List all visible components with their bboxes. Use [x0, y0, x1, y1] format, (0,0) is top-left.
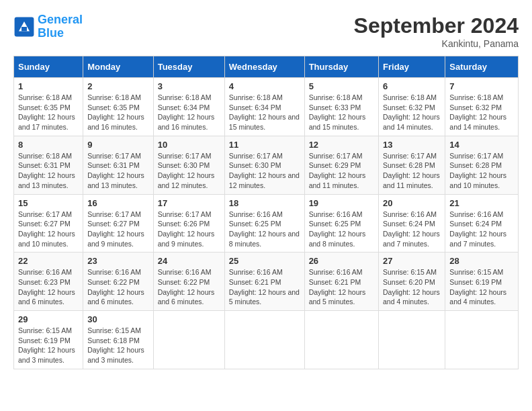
day-detail: Sunrise: 6:17 AM Sunset: 6:31 PM Dayligh… — [87, 151, 149, 191]
day-number: 12 — [309, 140, 374, 150]
calendar-cell: 30 Sunrise: 6:15 AM Sunset: 6:18 PM Dayl… — [83, 311, 154, 369]
day-detail: Sunrise: 6:17 AM Sunset: 6:28 PM Dayligh… — [383, 151, 441, 191]
weekday-header-monday: Monday — [83, 56, 154, 78]
calendar-cell: 3 Sunrise: 6:18 AM Sunset: 6:34 PM Dayli… — [153, 78, 224, 136]
day-number: 7 — [449, 81, 514, 91]
day-detail: Sunrise: 6:16 AM Sunset: 6:21 PM Dayligh… — [229, 267, 300, 307]
day-number: 9 — [87, 140, 149, 150]
day-detail: Sunrise: 6:18 AM Sunset: 6:34 PM Dayligh… — [229, 93, 300, 132]
day-detail: Sunrise: 6:17 AM Sunset: 6:30 PM Dayligh… — [229, 151, 300, 191]
calendar-cell: 8 Sunrise: 6:18 AM Sunset: 6:31 PM Dayli… — [14, 136, 83, 194]
calendar-cell: 19 Sunrise: 6:16 AM Sunset: 6:25 PM Dayl… — [304, 194, 378, 253]
calendar-cell: 5 Sunrise: 6:18 AM Sunset: 6:33 PM Dayli… — [304, 78, 378, 136]
calendar-cell: 22 Sunrise: 6:16 AM Sunset: 6:23 PM Dayl… — [14, 253, 83, 311]
day-number: 28 — [449, 256, 514, 266]
logo-text: General Blue — [38, 13, 83, 40]
day-detail: Sunrise: 6:18 AM Sunset: 6:32 PM Dayligh… — [383, 93, 441, 132]
day-number: 26 — [309, 256, 374, 266]
day-detail: Sunrise: 6:15 AM Sunset: 6:19 PM Dayligh… — [18, 326, 79, 365]
day-detail: Sunrise: 6:17 AM Sunset: 6:26 PM Dayligh… — [158, 210, 220, 249]
logo: General Blue — [13, 13, 83, 40]
day-detail: Sunrise: 6:17 AM Sunset: 6:28 PM Dayligh… — [449, 151, 514, 191]
day-number: 21 — [449, 198, 514, 208]
weekday-header-tuesday: Tuesday — [153, 56, 224, 78]
day-detail: Sunrise: 6:18 AM Sunset: 6:35 PM Dayligh… — [87, 93, 149, 132]
calendar-cell: 21 Sunrise: 6:16 AM Sunset: 6:24 PM Dayl… — [445, 194, 519, 253]
calendar-cell: 12 Sunrise: 6:17 AM Sunset: 6:29 PM Dayl… — [304, 136, 378, 194]
calendar-cell: 24 Sunrise: 6:16 AM Sunset: 6:22 PM Dayl… — [153, 253, 224, 311]
day-number: 6 — [383, 81, 441, 91]
calendar: SundayMondayTuesdayWednesdayThursdayFrid… — [13, 56, 519, 369]
calendar-cell — [153, 311, 224, 369]
day-number: 13 — [383, 140, 441, 150]
day-detail: Sunrise: 6:16 AM Sunset: 6:24 PM Dayligh… — [449, 210, 514, 249]
calendar-cell — [445, 311, 519, 369]
calendar-cell: 10 Sunrise: 6:17 AM Sunset: 6:30 PM Dayl… — [153, 136, 224, 194]
day-number: 17 — [158, 198, 220, 208]
calendar-cell: 27 Sunrise: 6:15 AM Sunset: 6:20 PM Dayl… — [379, 253, 445, 311]
calendar-cell: 25 Sunrise: 6:16 AM Sunset: 6:21 PM Dayl… — [224, 253, 304, 311]
day-number: 5 — [309, 81, 374, 91]
weekday-header-wednesday: Wednesday — [224, 56, 304, 78]
calendar-cell — [304, 311, 378, 369]
calendar-cell: 13 Sunrise: 6:17 AM Sunset: 6:28 PM Dayl… — [379, 136, 445, 194]
logo-line1: General — [38, 13, 83, 26]
calendar-cell: 9 Sunrise: 6:17 AM Sunset: 6:31 PM Dayli… — [83, 136, 154, 194]
logo-icon — [13, 16, 35, 38]
day-number: 10 — [158, 140, 220, 150]
day-number: 1 — [18, 81, 79, 91]
day-detail: Sunrise: 6:16 AM Sunset: 6:21 PM Dayligh… — [309, 267, 374, 307]
day-number: 11 — [229, 140, 300, 150]
calendar-cell: 2 Sunrise: 6:18 AM Sunset: 6:35 PM Dayli… — [83, 78, 154, 136]
calendar-cell: 28 Sunrise: 6:15 AM Sunset: 6:19 PM Dayl… — [445, 253, 519, 311]
day-number: 23 — [87, 256, 149, 266]
calendar-cell: 14 Sunrise: 6:17 AM Sunset: 6:28 PM Dayl… — [445, 136, 519, 194]
day-number: 16 — [87, 198, 149, 208]
day-detail: Sunrise: 6:16 AM Sunset: 6:24 PM Dayligh… — [383, 210, 441, 249]
weekday-header-saturday: Saturday — [445, 56, 519, 78]
title-block: September 2024 Kankintu, Panama — [354, 13, 519, 49]
day-detail: Sunrise: 6:18 AM Sunset: 6:33 PM Dayligh… — [309, 93, 374, 132]
day-number: 20 — [383, 198, 441, 208]
day-number: 30 — [87, 314, 149, 324]
day-number: 18 — [229, 198, 300, 208]
logo-line2: Blue — [38, 26, 64, 40]
day-number: 2 — [87, 81, 149, 91]
page-header: General Blue September 2024 Kankintu, Pa… — [13, 13, 519, 49]
day-detail: Sunrise: 6:18 AM Sunset: 6:31 PM Dayligh… — [18, 151, 79, 191]
weekday-header-sunday: Sunday — [14, 56, 83, 78]
day-number: 29 — [18, 314, 79, 324]
calendar-cell: 29 Sunrise: 6:15 AM Sunset: 6:19 PM Dayl… — [14, 311, 83, 369]
day-detail: Sunrise: 6:17 AM Sunset: 6:30 PM Dayligh… — [158, 151, 220, 191]
weekday-header-friday: Friday — [379, 56, 445, 78]
weekday-header-thursday: Thursday — [304, 56, 378, 78]
day-detail: Sunrise: 6:15 AM Sunset: 6:18 PM Dayligh… — [87, 326, 149, 365]
day-number: 3 — [158, 81, 220, 91]
day-number: 19 — [309, 198, 374, 208]
calendar-cell: 7 Sunrise: 6:18 AM Sunset: 6:32 PM Dayli… — [445, 78, 519, 136]
calendar-cell: 26 Sunrise: 6:16 AM Sunset: 6:21 PM Dayl… — [304, 253, 378, 311]
day-number: 22 — [18, 256, 79, 266]
day-detail: Sunrise: 6:18 AM Sunset: 6:34 PM Dayligh… — [158, 93, 220, 132]
day-detail: Sunrise: 6:15 AM Sunset: 6:19 PM Dayligh… — [449, 267, 514, 307]
calendar-cell: 18 Sunrise: 6:16 AM Sunset: 6:25 PM Dayl… — [224, 194, 304, 253]
day-detail: Sunrise: 6:16 AM Sunset: 6:25 PM Dayligh… — [309, 210, 374, 249]
day-detail: Sunrise: 6:16 AM Sunset: 6:23 PM Dayligh… — [18, 267, 79, 307]
calendar-cell: 17 Sunrise: 6:17 AM Sunset: 6:26 PM Dayl… — [153, 194, 224, 253]
calendar-cell: 23 Sunrise: 6:16 AM Sunset: 6:22 PM Dayl… — [83, 253, 154, 311]
day-detail: Sunrise: 6:17 AM Sunset: 6:29 PM Dayligh… — [309, 151, 374, 191]
day-detail: Sunrise: 6:18 AM Sunset: 6:32 PM Dayligh… — [449, 93, 514, 132]
calendar-cell: 20 Sunrise: 6:16 AM Sunset: 6:24 PM Dayl… — [379, 194, 445, 253]
day-detail: Sunrise: 6:18 AM Sunset: 6:35 PM Dayligh… — [18, 93, 79, 132]
calendar-cell: 15 Sunrise: 6:17 AM Sunset: 6:27 PM Dayl… — [14, 194, 83, 253]
svg-rect-2 — [21, 27, 27, 31]
calendar-cell: 11 Sunrise: 6:17 AM Sunset: 6:30 PM Dayl… — [224, 136, 304, 194]
calendar-cell — [224, 311, 304, 369]
location: Kankintu, Panama — [354, 38, 519, 49]
day-detail: Sunrise: 6:15 AM Sunset: 6:20 PM Dayligh… — [383, 267, 441, 307]
day-number: 14 — [449, 140, 514, 150]
calendar-cell: 4 Sunrise: 6:18 AM Sunset: 6:34 PM Dayli… — [224, 78, 304, 136]
day-detail: Sunrise: 6:16 AM Sunset: 6:25 PM Dayligh… — [229, 210, 300, 249]
day-detail: Sunrise: 6:16 AM Sunset: 6:22 PM Dayligh… — [87, 267, 149, 307]
day-number: 25 — [229, 256, 300, 266]
